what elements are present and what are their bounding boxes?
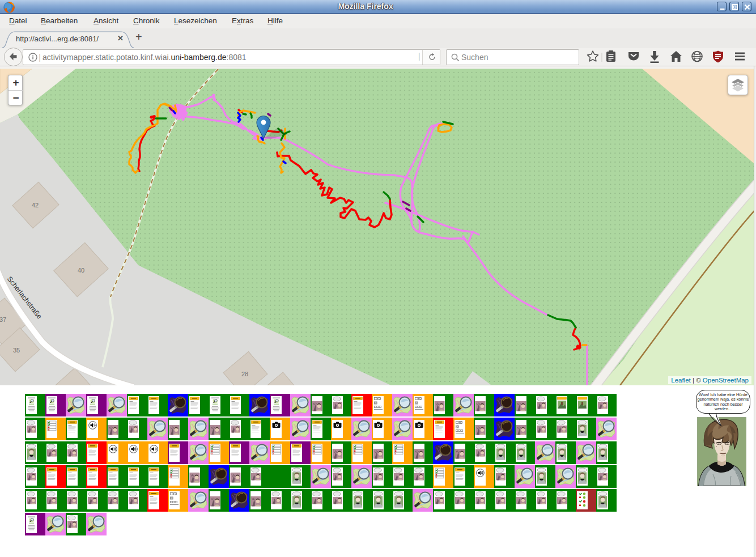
svg-text:37: 37 — [0, 316, 6, 323]
svg-text:40: 40 — [78, 267, 84, 274]
svg-text:28: 28 — [241, 371, 248, 377]
svg-text:42: 42 — [32, 202, 39, 209]
svg-text:35: 35 — [13, 347, 20, 354]
